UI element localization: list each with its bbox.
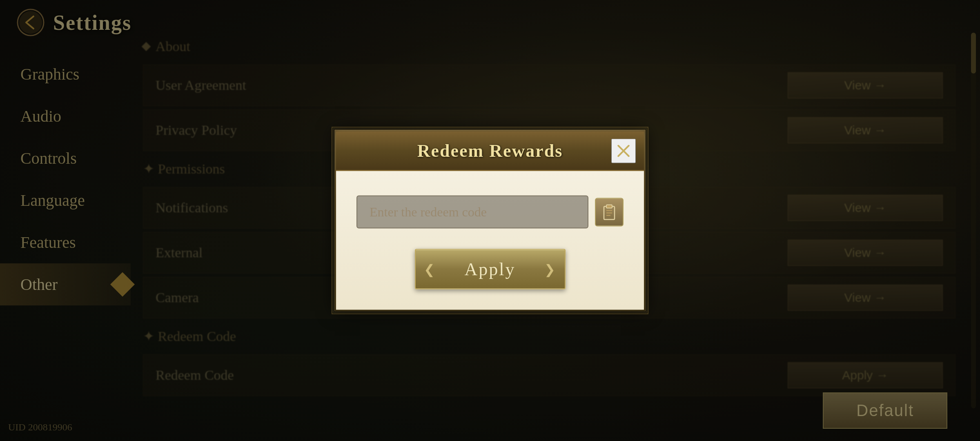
redeem-rewards-modal: Redeem Rewards [335, 130, 645, 311]
modal-frame: Redeem Rewards [335, 130, 645, 311]
modal-header: Redeem Rewards [336, 131, 644, 171]
apply-label: Apply [465, 259, 516, 279]
modal-outer: Redeem Rewards [335, 130, 645, 311]
modal-apply-button[interactable]: Apply ❯ [415, 249, 566, 290]
svg-rect-3 [606, 205, 612, 208]
input-row [356, 196, 624, 229]
modal-title: Redeem Rewards [417, 140, 563, 161]
close-icon [615, 143, 632, 159]
clipboard-icon [601, 203, 617, 221]
apply-deco-right-icon: ❯ [544, 261, 557, 277]
modal-close-button[interactable] [611, 138, 636, 163]
redeem-code-input[interactable] [356, 196, 588, 229]
paste-button[interactable] [595, 198, 624, 226]
modal-body: Apply ❯ [336, 171, 644, 310]
